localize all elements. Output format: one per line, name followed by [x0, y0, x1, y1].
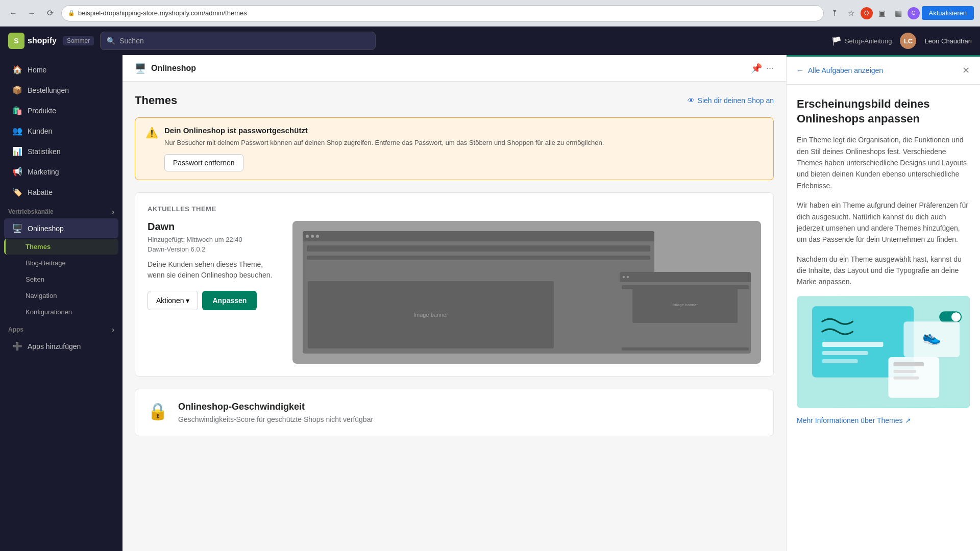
- sidebar-item-themes[interactable]: Themes: [4, 239, 118, 255]
- search-bar[interactable]: 🔍 Suchen: [100, 32, 376, 50]
- seiten-sub-label: Seiten: [26, 276, 44, 283]
- current-theme-section: Aktuelles Theme Dawn Hinzugefügt: Mittwo…: [135, 192, 774, 377]
- sidebar-item-home[interactable]: 🏠 Home: [4, 60, 118, 80]
- shopify-wordmark: shopify: [28, 36, 57, 45]
- nav-right: 🏳️ Setup-Anleitung LC Leon Chaudhari: [831, 33, 972, 49]
- right-panel-title: Erscheinungsbild deines Onlineshops anpa…: [797, 97, 970, 126]
- user-avatar[interactable]: LC: [900, 33, 916, 49]
- sidebar-bestellungen-label: Bestellungen: [28, 86, 69, 94]
- right-panel-header: ← Alle Aufgaben anzeigen ✕: [787, 57, 980, 85]
- opera-icon: O: [861, 7, 873, 19]
- theme-preview: Image banner: [292, 221, 761, 364]
- preview-shop-link[interactable]: 👁 Sieh dir deinen Shop an: [688, 96, 774, 105]
- search-icon: 🔍: [107, 37, 115, 45]
- dot-1: [306, 235, 309, 238]
- desktop-header-bar: [307, 245, 650, 252]
- sidebar-marketing-label: Marketing: [28, 168, 59, 176]
- mobile-dot-2: [627, 276, 629, 278]
- flag-icon: 🏳️: [831, 36, 842, 46]
- current-theme-label: Aktuelles Theme: [148, 205, 761, 213]
- browser-profile-avatar[interactable]: G: [908, 7, 920, 19]
- actions-dropdown-button[interactable]: Aktionen ▾: [148, 291, 198, 310]
- shopify-logo: S shopify: [8, 33, 57, 49]
- sidebar-item-rabatte[interactable]: 🏷️ Rabatte: [4, 182, 118, 202]
- forward-button[interactable]: →: [24, 6, 39, 20]
- speed-header: 🔒 Onlineshop-Geschwindigkeit Geschwindig…: [148, 402, 761, 423]
- desktop-bar: [303, 231, 654, 241]
- password-warning-banner: ⚠️ Dein Onlineshop ist passwortgeschützt…: [135, 117, 774, 180]
- back-button[interactable]: ←: [6, 6, 20, 20]
- speed-content: Onlineshop-Geschwindigkeit Geschwindigke…: [178, 402, 373, 423]
- themes-title: Themes: [135, 94, 177, 107]
- back-label: Alle Aufgaben anzeigen: [808, 66, 883, 74]
- sidebar-item-navigation[interactable]: Navigation: [4, 288, 118, 304]
- sidebar-item-blog-beitraege[interactable]: Blog-Beiträge: [4, 255, 118, 271]
- sidebar-item-add-apps[interactable]: ➕ Apps hinzufügen: [4, 336, 118, 356]
- customize-button[interactable]: Anpassen: [202, 291, 257, 310]
- eye-icon: 👁: [688, 96, 695, 105]
- sidebar-item-bestellungen[interactable]: 📦 Bestellungen: [4, 80, 118, 100]
- marketing-icon: 📢: [12, 167, 22, 177]
- user-name: Leon Chaudhari: [924, 37, 972, 45]
- konfigurationen-sub-label: Konfigurationen: [26, 308, 72, 316]
- svg-rect-4: [822, 359, 858, 363]
- search-placeholder: Suchen: [119, 37, 143, 45]
- back-arrow-icon: ←: [797, 66, 804, 74]
- theme-illustration: 👟: [797, 296, 970, 408]
- bookmark-button[interactable]: ☆: [844, 6, 859, 20]
- desktop-image-banner: Image banner: [308, 281, 554, 348]
- speed-section: 🔒 Onlineshop-Geschwindigkeit Geschwindig…: [135, 389, 774, 436]
- vertriebskanaele-expand-icon[interactable]: ›: [112, 208, 114, 216]
- apps-expand-icon[interactable]: ›: [112, 325, 114, 334]
- more-info-link[interactable]: Mehr Informationen über Themes ↗: [797, 416, 970, 424]
- share-button[interactable]: ⤒: [828, 6, 842, 20]
- setup-label: Setup-Anleitung: [845, 37, 892, 45]
- mobile-bar: [620, 272, 751, 282]
- themes-sub-label: Themes: [26, 243, 51, 251]
- sidebar-item-statistiken[interactable]: 📊 Statistiken: [4, 141, 118, 161]
- theme-added-label: Hinzugefügt: Mittwoch um 22:40: [148, 236, 280, 243]
- pin-button[interactable]: 📌: [751, 63, 762, 74]
- right-panel-image: 👟: [797, 296, 970, 408]
- add-icon: ➕: [12, 341, 22, 351]
- main-layout: 🏠 Home 📦 Bestellungen 🛍️ Produkte 👥 Kund…: [0, 55, 980, 551]
- setup-button[interactable]: 🏳️ Setup-Anleitung: [831, 36, 892, 46]
- desktop-content: Image banner: [303, 241, 654, 354]
- mobile-mockup: Image banner: [620, 272, 751, 354]
- sidebar-item-konfigurationen[interactable]: Konfigurationen: [4, 304, 118, 320]
- speed-title: Onlineshop-Geschwindigkeit: [178, 402, 373, 412]
- aktualisieren-button[interactable]: Aktualisieren: [922, 6, 974, 20]
- address-bar[interactable]: 🔒 beispiel-dropshipping-store.myshopify.…: [61, 5, 824, 21]
- back-to-tasks-link[interactable]: ← Alle Aufgaben anzeigen: [797, 66, 883, 74]
- sidebar: 🏠 Home 📦 Bestellungen 🛍️ Produkte 👥 Kund…: [0, 55, 122, 551]
- sidebar-statistiken-label: Statistiken: [28, 147, 61, 156]
- warning-icon: ⚠️: [145, 127, 158, 171]
- preview-mockup: Image banner: [292, 221, 761, 364]
- svg-rect-2: [822, 342, 884, 347]
- sidebar-rabatte-label: Rabatte: [28, 188, 53, 196]
- right-panel-text-3: Nachdem du ein Theme ausgewählt hast, ka…: [797, 254, 970, 288]
- mobile-content: Image banner: [620, 282, 751, 354]
- onlineshop-sub-menu: Themes Blog-Beiträge Seiten Navigation K…: [0, 239, 122, 320]
- lock-icon: 🔒: [68, 10, 75, 16]
- sidebar-item-onlineshop[interactable]: 🖥️ Onlineshop: [4, 218, 118, 238]
- orders-icon: 📦: [12, 85, 22, 95]
- sidebar-item-kunden[interactable]: 👥 Kunden: [4, 121, 118, 141]
- sidebar-item-marketing[interactable]: 📢 Marketing: [4, 162, 118, 182]
- svg-rect-10: [893, 377, 919, 380]
- browser-chrome: ← → ⟳ 🔒 beispiel-dropshipping-store.mysh…: [0, 0, 980, 27]
- sidebar-item-seiten[interactable]: Seiten: [4, 271, 118, 287]
- split-view-button[interactable]: ▦: [891, 6, 905, 20]
- remove-password-button[interactable]: Passwort entfernen: [164, 154, 243, 171]
- sidebar-item-produkte[interactable]: 🛍️ Produkte: [4, 101, 118, 120]
- panel-close-button[interactable]: ✕: [962, 65, 970, 76]
- extensions-button[interactable]: ▣: [875, 6, 889, 20]
- mobile-footer-bar: [622, 347, 749, 350]
- warning-title: Dein Onlineshop ist passwortgeschützt: [164, 126, 604, 135]
- page-content: Themes 👁 Sieh dir deinen Shop an ⚠️ Dein…: [122, 82, 786, 448]
- reload-button[interactable]: ⟳: [43, 6, 57, 20]
- more-options-button[interactable]: ···: [766, 63, 774, 73]
- chevron-down-icon: ▾: [186, 296, 189, 305]
- browser-actions: ⤒ ☆ O ▣ ▦ G Aktualisieren: [828, 6, 974, 20]
- blog-sub-label: Blog-Beiträge: [26, 259, 66, 267]
